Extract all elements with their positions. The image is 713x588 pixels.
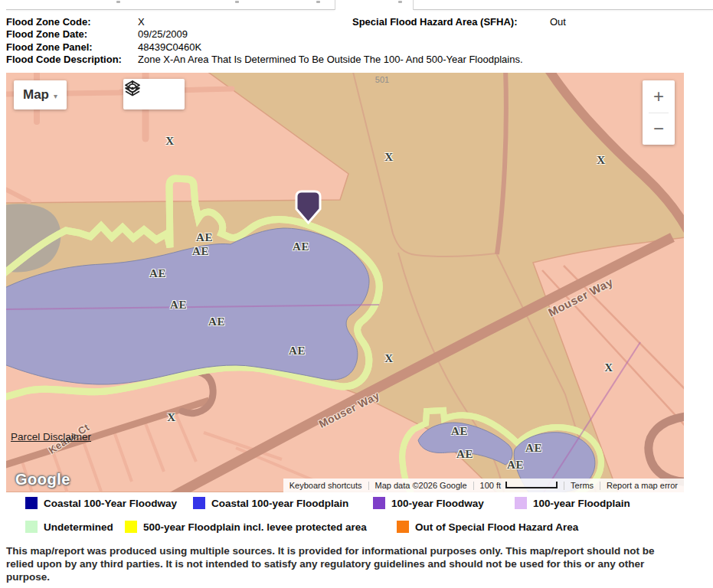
map-type-label: Map bbox=[23, 87, 49, 103]
legend-item: Undetermined bbox=[25, 521, 113, 533]
google-logo[interactable]: Google bbox=[15, 471, 70, 488]
tab-strip bbox=[0, 0, 713, 11]
report-map-error-link[interactable]: Report a map error bbox=[600, 481, 684, 490]
legend-label: Undetermined bbox=[44, 521, 113, 533]
legend-item: Out of Special Flood Hazard Area bbox=[397, 521, 578, 533]
legend-item: 100-year Floodplain bbox=[515, 497, 630, 509]
legend-label: Coastal 100-Year Floodway bbox=[44, 498, 177, 509]
my-location-button[interactable] bbox=[157, 83, 178, 105]
zoom-out-button[interactable]: − bbox=[643, 113, 675, 145]
map-data-credit: Map data ©2026 Google bbox=[369, 481, 473, 490]
legend-item: Coastal 100-year Floodplain bbox=[193, 497, 348, 509]
zoom-control: + − bbox=[643, 80, 675, 145]
flood-map[interactable]: 501XXXXXXAEAEAEAEAEAEAEAEAEAEAEMouser Wa… bbox=[6, 73, 684, 492]
map-tools bbox=[123, 79, 185, 109]
legend-row-2: Undetermined500-year Floodplain incl. le… bbox=[0, 521, 713, 536]
tab-strip-border-left bbox=[6, 9, 335, 10]
field-value: 09/25/2009 bbox=[138, 28, 188, 40]
sfha-field: Special Flood Hazard Area (SFHA):Out bbox=[352, 16, 566, 28]
tab-label-remnant bbox=[316, 1, 320, 3]
report-disclaimer: This map/report was produced using multi… bbox=[6, 545, 677, 583]
active-tab-edge bbox=[413, 0, 414, 10]
legend-color-chip bbox=[25, 497, 38, 509]
map-canvas[interactable] bbox=[6, 73, 684, 492]
field-label: Flood Code Description: bbox=[6, 54, 138, 66]
sfha-value: Out bbox=[550, 16, 566, 28]
field-value: 48439C0460K bbox=[138, 41, 201, 53]
legend-label: Coastal 100-year Floodplain bbox=[211, 498, 348, 509]
field-value: Zone X-An Area That Is Determined To Be … bbox=[138, 54, 523, 65]
legend-row-1: Coastal 100-Year FloodwayCoastal 100-yea… bbox=[0, 497, 713, 512]
flood-field-row: Flood Code Description:Zone X-An Area Th… bbox=[6, 54, 523, 66]
legend-color-chip bbox=[373, 497, 385, 509]
legend-color-chip bbox=[25, 521, 38, 533]
field-label: Flood Zone Code: bbox=[6, 16, 138, 28]
tab-label-remnant bbox=[116, 1, 120, 3]
legend-color-chip bbox=[193, 497, 205, 509]
tab-label-remnant bbox=[398, 1, 402, 3]
legend-item: 100-year Floodway bbox=[373, 497, 484, 509]
legend-label: 500-year Floodplain incl. levee protecte… bbox=[143, 521, 367, 533]
scale-control: 100 ft bbox=[474, 481, 564, 490]
field-label: Flood Zone Panel: bbox=[6, 41, 138, 54]
keyboard-shortcuts-link[interactable]: Keyboard shortcuts bbox=[283, 481, 368, 490]
map-attribution-bar: Keyboard shortcuts Map data ©2026 Google… bbox=[283, 479, 684, 492]
tab-label-remnant bbox=[235, 1, 239, 3]
terms-link[interactable]: Terms bbox=[564, 481, 600, 490]
flood-field-row: Flood Zone Date:09/25/2009 bbox=[6, 28, 523, 41]
legend-label: Out of Special Flood Hazard Area bbox=[415, 521, 578, 533]
legend-label: 100-year Floodway bbox=[391, 498, 484, 509]
flood-report-page: Flood Zone Code:XFlood Zone Date:09/25/2… bbox=[0, 0, 713, 588]
chevron-down-icon: ▾ bbox=[54, 92, 57, 100]
sfha-label: Special Flood Hazard Area (SFHA): bbox=[352, 16, 550, 28]
legend-item: 500-year Floodplain incl. levee protecte… bbox=[125, 521, 367, 533]
active-tab-edge bbox=[335, 0, 335, 10]
legend-label: 100-year Floodplain bbox=[533, 498, 630, 509]
scale-label: 100 ft bbox=[480, 481, 502, 490]
tab-strip-border-right bbox=[414, 9, 713, 10]
scale-bar bbox=[505, 482, 558, 488]
parcel-disclaimer-link[interactable]: Parcel Disclaimer bbox=[11, 431, 91, 443]
map-type-button[interactable]: Map ▾ bbox=[14, 80, 67, 109]
zoom-in-button[interactable]: + bbox=[643, 80, 675, 113]
field-value: X bbox=[138, 16, 145, 28]
flood-field-row: Flood Zone Panel:48439C0460K bbox=[6, 41, 523, 54]
legend-color-chip bbox=[125, 521, 137, 533]
legend-color-chip bbox=[397, 521, 409, 533]
legend-color-chip bbox=[515, 497, 527, 509]
field-label: Flood Zone Date: bbox=[6, 28, 138, 41]
legend-item: Coastal 100-Year Floodway bbox=[25, 497, 177, 509]
